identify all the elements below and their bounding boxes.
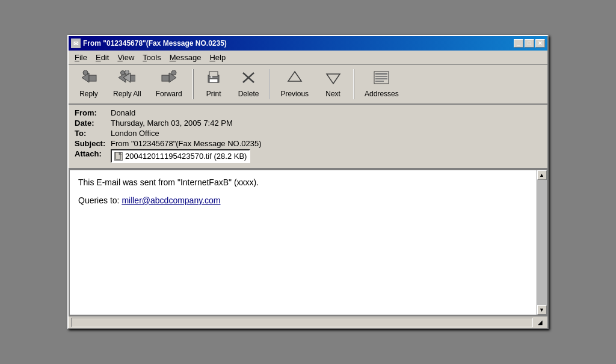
forward-button[interactable]: Forward	[149, 67, 189, 101]
status-bar: ◢	[69, 316, 547, 328]
svg-point-10	[171, 70, 176, 75]
forward-icon	[161, 70, 177, 88]
attachment-box[interactable]: 200412011195423570.tif (28.2 KB)	[111, 149, 250, 163]
status-panel	[71, 318, 533, 327]
svg-rect-22	[375, 73, 387, 75]
menu-bar: File Edit View Tools Message Help	[69, 51, 547, 65]
reply-all-icon	[119, 70, 135, 88]
svg-rect-25	[375, 81, 384, 82]
subject-value: From "012345678"(Fax Message NO.0235)	[111, 139, 541, 148]
print-label: Print	[206, 90, 221, 98]
toolbar-separator-1	[192, 69, 194, 99]
addresses-icon	[373, 70, 390, 88]
delete-button[interactable]: Delete	[232, 67, 266, 101]
svg-point-7	[125, 70, 129, 75]
svg-point-6	[121, 71, 125, 75]
svg-rect-14	[211, 76, 212, 78]
to-row: To: London Office	[75, 129, 541, 138]
svg-marker-19	[288, 72, 301, 81]
to-label: To:	[75, 129, 111, 138]
attach-row: Attach: 200412011195423570.tif (28.2 KB)	[75, 149, 541, 163]
svg-rect-1	[89, 75, 96, 81]
from-value: Donald	[111, 108, 541, 117]
close-button[interactable]: ✕	[535, 39, 545, 48]
menu-file[interactable]: File	[71, 52, 91, 63]
addresses-button[interactable]: Addresses	[358, 67, 405, 101]
main-window: ✉ From "012345678"(Fax Message NO.0235) …	[67, 35, 549, 329]
toolbar-separator-2	[269, 69, 270, 99]
reply-label: Reply	[79, 90, 98, 98]
svg-rect-5	[131, 75, 135, 81]
attachment-icon	[114, 152, 123, 161]
print-button[interactable]: Print	[197, 67, 230, 101]
body-line2: Queries to: miller@abcdcompany.com	[78, 196, 528, 205]
scrollbar-track[interactable]	[537, 180, 547, 305]
email-body-container: This E-mail was sent from "InternetFaxB"…	[69, 169, 547, 316]
scroll-up-button[interactable]: ▲	[537, 170, 547, 180]
next-icon	[325, 70, 341, 88]
svg-rect-23	[375, 76, 387, 77]
email-body: This E-mail was sent from "InternetFaxB"…	[70, 170, 537, 315]
svg-rect-9	[162, 75, 169, 81]
svg-rect-13	[209, 79, 218, 82]
menu-tools[interactable]: Tools	[139, 52, 164, 63]
subject-label: Subject:	[75, 139, 111, 148]
previous-icon	[287, 70, 303, 88]
attach-label: Attach:	[75, 149, 111, 158]
reply-button[interactable]: Reply	[72, 67, 105, 101]
title-controls: _ □ ✕	[514, 39, 545, 48]
resize-handle[interactable]: ◢	[535, 318, 545, 327]
email-link[interactable]: miller@abcdcompany.com	[122, 196, 220, 205]
svg-marker-20	[327, 74, 340, 84]
date-label: Date:	[75, 119, 111, 128]
menu-edit[interactable]: Edit	[92, 52, 112, 63]
svg-rect-24	[375, 78, 387, 79]
toolbar: Reply Reply All	[69, 65, 547, 105]
from-row: From: Donald	[75, 108, 541, 117]
delete-label: Delete	[238, 90, 259, 98]
svg-rect-12	[209, 72, 218, 76]
next-button[interactable]: Next	[316, 67, 350, 101]
maximize-button[interactable]: □	[525, 39, 534, 48]
previous-button[interactable]: Previous	[274, 67, 315, 101]
menu-message[interactable]: Message	[166, 52, 205, 63]
scrollbar: ▲ ▼	[537, 170, 546, 315]
reply-all-label: Reply All	[113, 90, 141, 98]
menu-help[interactable]: Help	[206, 52, 229, 63]
addresses-label: Addresses	[365, 90, 399, 98]
body-line1: This E-mail was sent from "InternetFaxB"…	[78, 177, 528, 187]
window-icon: ✉	[71, 39, 81, 48]
toolbar-separator-3	[353, 69, 354, 99]
menu-view[interactable]: View	[114, 52, 138, 63]
to-value: London Office	[111, 129, 541, 138]
title-bar: ✉ From "012345678"(Fax Message NO.0235) …	[69, 36, 547, 51]
subject-row: Subject: From "012345678"(Fax Message NO…	[75, 139, 541, 148]
date-row: Date: Thursday, March 03, 2005 7:42 PM	[75, 119, 541, 128]
from-label: From:	[75, 108, 111, 117]
delete-icon	[241, 70, 256, 88]
attachment-filename: 200412011195423570.tif (28.2 KB)	[125, 152, 247, 161]
reply-icon	[81, 70, 97, 88]
next-label: Next	[325, 90, 340, 98]
minimize-button[interactable]: _	[514, 39, 523, 48]
forward-label: Forward	[156, 90, 182, 98]
print-icon	[206, 70, 221, 88]
previous-label: Previous	[280, 90, 309, 98]
email-header: From: Donald Date: Thursday, March 03, 2…	[69, 105, 547, 169]
title-bar-left: ✉ From "012345678"(Fax Message NO.0235)	[71, 39, 227, 48]
window-title: From "012345678"(Fax Message NO.0235)	[83, 39, 227, 48]
scroll-down-button[interactable]: ▼	[537, 305, 547, 315]
svg-point-2	[83, 70, 88, 75]
date-value: Thursday, March 03, 2005 7:42 PM	[111, 119, 541, 128]
reply-all-button[interactable]: Reply All	[106, 67, 148, 101]
